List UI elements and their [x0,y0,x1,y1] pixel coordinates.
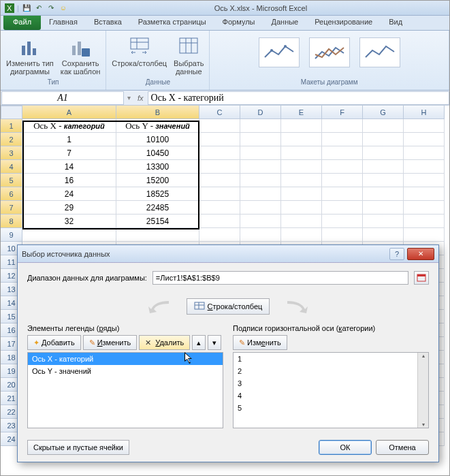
column-header[interactable]: A [22,106,116,119]
scrollbar[interactable]: ▴ ▾ [417,353,428,428]
cell[interactable] [281,133,322,146]
cell[interactable] [281,215,322,228]
row-header[interactable]: 5 [1,174,22,187]
cell[interactable] [363,228,404,242]
row-header[interactable]: 8 [1,215,22,228]
cell[interactable] [404,133,445,146]
cell[interactable] [404,228,445,242]
cell[interactable] [322,174,363,187]
cell[interactable] [240,201,281,215]
cell[interactable] [240,119,281,133]
cell[interactable] [199,133,240,146]
save-template-button[interactable]: Сохранить как шаблон [61,36,101,76]
chart-range-input[interactable] [152,271,408,285]
cell[interactable] [404,187,445,201]
list-item[interactable]: 4 [234,390,428,402]
cell[interactable] [363,215,404,228]
cell[interactable] [281,146,322,160]
list-item[interactable]: Ось X - категорий [28,353,223,365]
cell[interactable] [199,160,240,174]
cell[interactable] [281,119,322,133]
undo-icon[interactable]: ↶ [34,3,44,13]
cell[interactable] [240,160,281,174]
cell[interactable]: 10100 [116,133,199,146]
cell[interactable] [240,228,281,242]
fx-icon[interactable]: fx [133,94,148,102]
chart-layout-3[interactable] [359,37,400,67]
cell[interactable] [404,215,445,228]
cell[interactable] [404,119,445,133]
row-header[interactable]: 3 [1,146,22,160]
edit-axis-labels-button[interactable]: ✎Изменить [233,335,287,350]
cell[interactable]: 16 [22,174,116,187]
cell[interactable] [404,201,445,215]
column-header[interactable]: H [404,106,445,119]
save-icon[interactable]: 💾 [22,3,31,13]
move-up-button[interactable]: ▴ [192,335,206,350]
dialog-close-button[interactable]: ✕ [407,248,434,260]
cell[interactable] [322,215,363,228]
cell[interactable] [322,201,363,215]
redo-icon[interactable]: ↷ [46,3,56,13]
cell[interactable] [281,228,322,242]
cell[interactable] [322,187,363,201]
tab-view[interactable]: Вид [381,16,411,30]
cell[interactable] [199,187,240,201]
column-header[interactable]: F [322,106,363,119]
cell[interactable] [363,133,404,146]
tab-review[interactable]: Рецензирование [306,16,381,30]
cell[interactable]: 13300 [116,160,199,174]
legend-series-list[interactable]: Ось X - категорийОсь Y - значений [27,352,223,428]
cell[interactable]: 24 [22,187,116,201]
cell[interactable] [199,215,240,228]
column-header[interactable]: D [240,106,281,119]
switch-row-column-button[interactable]: Строка/столбец [187,298,270,315]
select-all-corner[interactable] [1,106,22,119]
chart-layout-1[interactable] [259,37,300,67]
cell[interactable]: 25154 [116,215,199,228]
cell[interactable] [199,201,240,215]
cell[interactable] [281,174,322,187]
switch-row-col-button[interactable]: Строка/столбец [112,36,167,67]
cell[interactable] [199,119,240,133]
add-series-button[interactable]: ✦Добавить [27,335,81,350]
cell[interactable] [240,133,281,146]
cell[interactable] [363,187,404,201]
move-down-button[interactable]: ▾ [208,335,221,350]
cell[interactable]: 32 [22,215,116,228]
cell[interactable] [199,174,240,187]
tab-data[interactable]: Данные [263,16,306,30]
smiley-icon[interactable]: ☺ [59,3,68,13]
cell[interactable] [404,174,445,187]
tab-formulas[interactable]: Формулы [214,16,263,30]
cell[interactable] [322,119,363,133]
cell[interactable] [322,228,363,242]
row-header[interactable]: 2 [1,133,22,146]
list-item[interactable]: 2 [234,365,428,377]
cell[interactable]: 29 [22,201,116,215]
chart-layout-2[interactable] [309,37,350,67]
cell[interactable] [322,160,363,174]
edit-series-button[interactable]: ✎Изменить [83,335,138,350]
formula-input[interactable]: Ось X - категорий [148,91,449,105]
cell[interactable] [363,119,404,133]
cell[interactable]: 15200 [116,174,199,187]
delete-series-button[interactable]: ✕ Удалить [139,335,190,350]
cell[interactable] [404,160,445,174]
column-header[interactable]: E [281,106,322,119]
cell[interactable]: 22485 [116,201,199,215]
name-box-dropdown-icon[interactable]: ▾ [127,94,131,101]
tab-home[interactable]: Главная [41,16,86,30]
cell[interactable]: 10450 [116,146,199,160]
dialog-titlebar[interactable]: Выбор источника данных ? ✕ [18,245,438,263]
cell[interactable]: Ось X - категорий [22,119,116,133]
cell[interactable] [240,187,281,201]
cell[interactable] [240,215,281,228]
cell[interactable]: 1 [22,133,116,146]
hidden-empty-cells-button[interactable]: Скрытые и пустые ячейки [27,440,129,455]
cell[interactable] [116,228,199,242]
name-box[interactable]: A1 [1,91,124,105]
axis-labels-list[interactable]: 12345 ▴ ▾ [233,352,429,428]
cell[interactable]: 14 [22,160,116,174]
range-picker-button[interactable] [414,271,429,285]
